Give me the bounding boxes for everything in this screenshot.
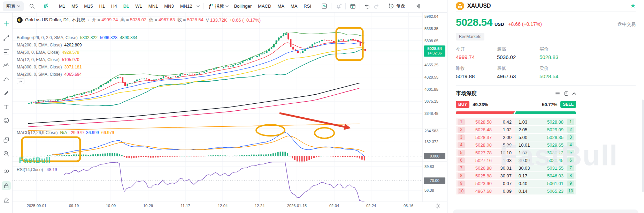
stat-今开: 今开4999.74 <box>456 46 497 60</box>
timeframe-d1[interactable]: D1 <box>120 0 132 13</box>
timeframes-chevron-icon[interactable] <box>197 5 200 7</box>
calendar-icon <box>350 3 356 9</box>
tool-emoji[interactable] <box>2 116 11 125</box>
timeframe-m15[interactable]: M15 <box>81 0 96 13</box>
volume-value: 133.72K <box>210 17 227 23</box>
depth-row[interactable]: 85025.8830.070.175046.038 <box>456 172 576 179</box>
stat-卖价: 卖价5028.54 <box>539 65 636 79</box>
trading-terminal: 图表 M1M5M15H1H4D1W1MN1MN3MN12 ƒ+ 指标 Bolli… <box>0 0 644 213</box>
timeframe-h1[interactable]: H1 <box>96 0 108 13</box>
macd-value: -29.979 <box>69 130 84 135</box>
indicators-button[interactable]: ƒ+ 指标 <box>206 1 231 11</box>
replay-button[interactable]: 复盘 <box>386 1 407 11</box>
price-axis[interactable] <box>422 13 447 202</box>
chevron-up-icon <box>19 80 22 82</box>
sell-rank-badge: 4 <box>567 142 574 148</box>
tool-curve[interactable] <box>2 75 11 84</box>
sell-side: 0.175046.038 <box>515 172 576 179</box>
alert-button[interactable] <box>334 2 343 11</box>
buy-ratio-fill <box>456 111 515 114</box>
indicator-label: MA(800, 0, EMA, Close) <box>17 65 62 69</box>
economic-calendar-button[interactable] <box>348 2 357 11</box>
buy-volume: 0.07 <box>493 181 515 186</box>
indicator-row-4: MA(800, 0, EMA, Close)3071.181 <box>17 65 82 69</box>
shortcut-bollinger-0[interactable]: Bollinger <box>231 3 255 9</box>
indicator-label: MA(200, 0, SMA, Close) <box>17 72 62 77</box>
chart-type-button[interactable] <box>41 2 51 11</box>
indicator-label: MA(50, 0, EMA, Close) <box>17 50 60 55</box>
shortcut-macd-1[interactable]: MACD <box>255 3 274 9</box>
tool-crosshair[interactable] <box>2 19 11 28</box>
indicator-value: 5096.828 <box>100 35 117 40</box>
buy-side: 55027.7810.10 <box>456 149 515 156</box>
buy-volume: 10.10 <box>493 150 515 155</box>
depth-row[interactable]: 55027.7810.101.035030.125 <box>456 149 576 156</box>
shortcut-ma-2[interactable]: MA <box>274 3 288 9</box>
rsi-label-text: RSI(14,Close) <box>17 167 43 172</box>
candlestick-icon <box>43 3 49 9</box>
sell-rank-badge: 7 <box>567 165 574 171</box>
tool-wave-pattern[interactable] <box>2 61 11 70</box>
layout-button[interactable] <box>320 2 329 11</box>
tool-zoom-in[interactable] <box>2 149 11 158</box>
tool-trendline[interactable] <box>2 34 11 43</box>
depth-row[interactable]: 35028.372.005.005029.353 <box>456 134 576 141</box>
sell-side: 10.015029.654 <box>515 141 576 148</box>
tool-links[interactable] <box>2 167 11 176</box>
buy-rank-badge: 4 <box>458 142 465 148</box>
rsi-legend: RSI(14,Close) 48.19 <box>17 167 57 172</box>
shortcut-ma-3[interactable]: MA <box>288 3 301 9</box>
shortcut-rsi-4[interactable]: RSI <box>300 3 314 9</box>
timeframe-m1[interactable]: M1 <box>56 0 68 13</box>
buy-rank-badge: 9 <box>458 181 465 186</box>
timeframe-w1[interactable]: W1 <box>132 0 145 13</box>
depth-row[interactable]: 75026.8830.0130.035031.557 <box>456 164 576 171</box>
tool-lock[interactable] <box>2 181 11 190</box>
collapse-depth-icon[interactable] <box>572 92 576 95</box>
timeframe-m5[interactable]: M5 <box>68 0 81 13</box>
timeframe-mn12[interactable]: MN12 <box>177 0 196 13</box>
timeframe-h4[interactable]: H4 <box>108 0 120 13</box>
depth-row[interactable]: 15028.580.421.035028.881 <box>456 118 576 125</box>
timeframe-mn1[interactable]: MN1 <box>145 0 161 13</box>
scrollbar[interactable] <box>642 100 644 192</box>
broker-tag[interactable]: BeeMarkets <box>456 33 484 41</box>
depth-row[interactable]: 95023.900.070.405061.019 <box>456 180 576 187</box>
buy-price: 5028.37 <box>466 135 493 140</box>
redo-button[interactable] <box>371 2 381 11</box>
chart-area: 5962.045635.355308.654655.254328.554001.… <box>13 13 447 213</box>
tool-eraser[interactable] <box>2 195 11 204</box>
time-axis[interactable] <box>13 202 422 213</box>
favorite-star-icon[interactable]: ★ <box>630 2 636 9</box>
orderbook-view-icon[interactable] <box>564 91 569 96</box>
depth-row[interactable]: 25028.481.022.055029.092 <box>456 126 576 133</box>
high-label: 高 <box>120 17 125 22</box>
divider <box>204 3 204 9</box>
stat-label: 最低 <box>497 65 539 72</box>
search-button[interactable] <box>27 2 36 11</box>
collapse-panel-button[interactable] <box>413 2 422 11</box>
undo-button[interactable] <box>362 2 371 11</box>
depth-row[interactable]: 104967.680.090.145065.2310 <box>456 188 576 194</box>
sell-rank-badge: 10 <box>567 188 574 194</box>
tool-fib-lines[interactable] <box>2 47 11 56</box>
chart-menu-button[interactable]: 图表 <box>3 1 24 11</box>
chart-settings-button[interactable] <box>435 203 440 210</box>
tool-shapes[interactable] <box>2 135 11 145</box>
list-view-icon[interactable] <box>555 91 560 96</box>
stat-value: 5019.88 <box>456 73 497 79</box>
sell-volume: 0.14 <box>515 189 534 194</box>
depth-row[interactable]: 65027.161.0330.095030.456 <box>456 157 576 164</box>
buy-rank-badge: 8 <box>458 173 465 179</box>
timeframe-mn3[interactable]: MN3 <box>161 0 177 13</box>
tool-text[interactable] <box>2 102 11 111</box>
buy-volume: 30.01 <box>493 166 515 171</box>
buy-volume: 0.09 <box>493 189 515 194</box>
stat-昨收: 昨收5019.88 <box>456 65 497 79</box>
tool-brush[interactable] <box>2 88 11 97</box>
chart-menu-label: 图表 <box>6 3 15 9</box>
depth-row[interactable]: 45028.085.0010.015029.654 <box>456 141 576 148</box>
legend-collapse-button[interactable] <box>17 78 24 84</box>
buy-rank-badge: 5 <box>458 150 465 156</box>
sell-percent: 50.77% <box>542 102 557 107</box>
